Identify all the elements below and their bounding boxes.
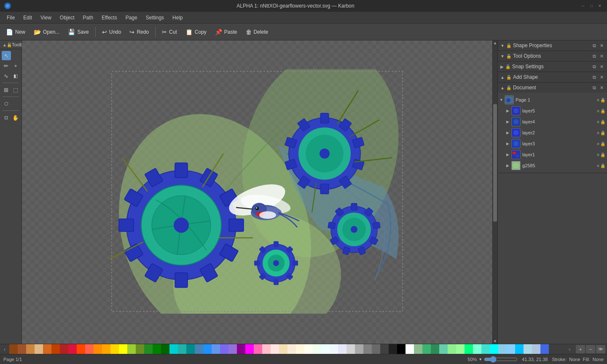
color-swatch[interactable] <box>85 344 94 354</box>
menu-help[interactable]: Help <box>168 13 187 22</box>
select-tool[interactable]: ↖ <box>2 51 11 60</box>
color-swatch[interactable] <box>169 344 178 354</box>
color-swatch[interactable] <box>397 344 406 354</box>
redo-button[interactable]: ↪ Redo <box>126 27 152 37</box>
close-button[interactable]: ✕ <box>597 3 603 9</box>
add-shape-close-btn[interactable]: ✕ <box>599 74 604 80</box>
toolbox-collapse-arrow[interactable]: ▲ <box>3 43 7 47</box>
calligraphy-tool[interactable]: ∿ <box>2 71 11 80</box>
color-swatch[interactable] <box>271 344 279 354</box>
color-swatch[interactable] <box>26 344 35 354</box>
color-swatch[interactable] <box>304 344 313 354</box>
color-swatch[interactable] <box>321 344 330 354</box>
menu-file[interactable]: File <box>3 13 19 22</box>
tool-options-header[interactable]: ▼ 🔓 Tool Options ⧉ ✕ <box>498 51 607 61</box>
color-swatch[interactable] <box>279 344 287 354</box>
tool-options-close-btn[interactable]: ✕ <box>599 53 604 59</box>
restore-button[interactable]: □ <box>588 3 594 9</box>
paste-button[interactable]: 📌 Paste <box>212 27 241 37</box>
color-swatch[interactable] <box>77 344 85 354</box>
color-swatch[interactable] <box>195 344 203 354</box>
minimize-button[interactable]: ─ <box>580 3 586 9</box>
canvas-scrollbar[interactable]: ▲ ▼ <box>492 40 497 344</box>
color-swatch[interactable] <box>380 344 389 354</box>
color-swatch[interactable] <box>203 344 212 354</box>
pan-tool[interactable]: ✋ <box>11 113 20 122</box>
doc-layer2[interactable]: ▶ layer2 ≡ 🔒 <box>498 127 607 138</box>
color-swatch[interactable] <box>94 344 102 354</box>
doc-layer3[interactable]: ▶ layer3 ≡ 🔒 <box>498 138 607 149</box>
add-shape-header[interactable]: ▲ 🔓 Add Shape ⧉ ✕ <box>498 72 607 82</box>
color-swatch[interactable] <box>51 344 60 354</box>
color-swatch[interactable] <box>35 344 43 354</box>
snap-settings-header[interactable]: ▶ 🔓 Snap Settings ⧉ ✕ <box>498 62 607 72</box>
scroll-up-button[interactable]: ▲ <box>493 40 497 46</box>
color-swatch[interactable] <box>313 344 321 354</box>
color-swatch[interactable] <box>60 344 68 354</box>
color-swatch[interactable] <box>161 344 169 354</box>
path-edit-tool[interactable]: ⌖ <box>11 61 20 70</box>
doc-layer5[interactable]: ▶ layer5 ≡ 🔒 <box>498 105 607 116</box>
color-swatch[interactable] <box>532 344 540 354</box>
doc-layer1[interactable]: ▶ layer1 ≡ 🔒 <box>498 149 607 160</box>
menu-edit[interactable]: Edit <box>19 13 36 22</box>
color-swatch[interactable] <box>237 344 245 354</box>
color-swatch[interactable] <box>212 344 220 354</box>
document-expand-btn[interactable]: ⧉ <box>591 85 597 91</box>
shape-extra-tool[interactable]: ⬚ <box>11 85 20 94</box>
color-swatch[interactable] <box>110 344 119 354</box>
polygon-tool[interactable]: ⬡ <box>2 99 11 108</box>
add-shape-expand-btn[interactable]: ⧉ <box>591 74 597 80</box>
color-swatch[interactable] <box>245 344 254 354</box>
color-swatch[interactable] <box>68 344 77 354</box>
snap-settings-expand-btn[interactable]: ⧉ <box>591 64 597 70</box>
new-button[interactable]: 📄 New <box>3 27 29 37</box>
delete-button[interactable]: 🗑 Delete <box>242 27 272 37</box>
crop-tool[interactable]: ⊡ <box>2 113 11 122</box>
menu-effects[interactable]: Effects <box>97 13 121 22</box>
color-swatch[interactable] <box>448 344 456 354</box>
open-button[interactable]: 📂 Open... <box>30 27 63 37</box>
color-swatch[interactable] <box>389 344 397 354</box>
scroll-thumb[interactable] <box>493 104 497 221</box>
color-swatch[interactable] <box>102 344 110 354</box>
freehand-tool[interactable]: ✏ <box>2 61 11 70</box>
color-swatch[interactable] <box>228 344 237 354</box>
color-swatch[interactable] <box>186 344 195 354</box>
color-swatch[interactable] <box>220 344 228 354</box>
color-swatch[interactable] <box>372 344 380 354</box>
color-swatch[interactable] <box>439 344 448 354</box>
color-options-button[interactable]: ≫ <box>596 345 605 353</box>
menu-settings[interactable]: Settings <box>142 13 168 22</box>
color-swatch[interactable] <box>355 344 363 354</box>
undo-button[interactable]: ↩ Undo <box>99 27 125 37</box>
cut-button[interactable]: ✂ Cut <box>158 27 180 37</box>
color-swatch[interactable] <box>136 344 144 354</box>
color-swatch[interactable] <box>540 344 549 354</box>
color-add-button[interactable]: + <box>576 345 585 353</box>
doc-page-1[interactable]: ▼ Page 1 ≡ 🔒 <box>498 94 607 105</box>
document-header[interactable]: ▲ 🔓 Document ⧉ ✕ <box>498 83 607 93</box>
color-swatch[interactable] <box>473 344 481 354</box>
color-swatch[interactable] <box>296 344 304 354</box>
shape-properties-header[interactable]: ▼ 🔓 Shape Properties ⧉ ✕ <box>498 40 607 51</box>
shape-grid-tool[interactable]: ⊞ <box>2 85 11 94</box>
menu-object[interactable]: Object <box>56 13 79 22</box>
color-remove-button[interactable]: − <box>586 345 595 353</box>
color-swatch[interactable] <box>43 344 51 354</box>
color-scroll-right-button[interactable]: › <box>565 344 574 354</box>
gradient-tool[interactable]: ◧ <box>11 71 20 80</box>
canvas-area[interactable] <box>22 40 492 344</box>
tool-options-expand-btn[interactable]: ⧉ <box>591 53 597 59</box>
color-swatch[interactable] <box>287 344 296 354</box>
color-swatch[interactable] <box>431 344 439 354</box>
color-swatch[interactable] <box>481 344 490 354</box>
scroll-down-button[interactable]: ▼ <box>493 339 497 344</box>
color-swatch[interactable] <box>465 344 473 354</box>
color-swatch[interactable] <box>456 344 465 354</box>
color-swatch[interactable] <box>363 344 372 354</box>
shape-properties-close-btn[interactable]: ✕ <box>599 43 604 48</box>
color-swatch[interactable] <box>507 344 515 354</box>
zoom-slider[interactable] <box>484 356 518 363</box>
color-swatch[interactable] <box>9 344 18 354</box>
